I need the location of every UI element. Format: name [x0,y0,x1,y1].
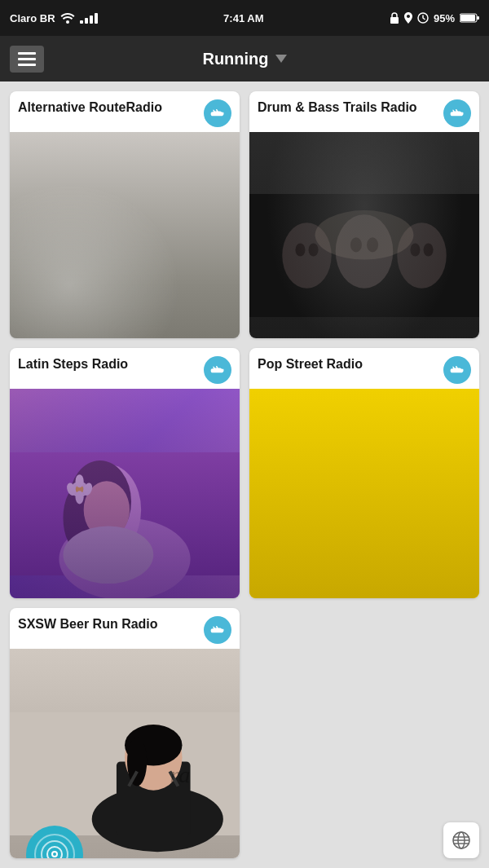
svg-point-39 [63,485,95,551]
svg-point-27 [367,237,378,252]
shoe-icon-4 [449,362,465,378]
card-header-latin-steps: Latin Steps Radio [10,348,240,389]
svg-point-64 [375,467,427,500]
shoe-icon [209,105,226,121]
latin-illustration [10,389,240,598]
status-right: 95% [390,12,479,24]
svg-point-8 [68,239,117,305]
svg-point-9 [110,249,139,278]
card-pop-street[interactable]: Pop Street Radio [249,348,479,598]
drum-illustration [249,132,479,338]
card-header-alt-route: Alternative RouteRadio [10,91,240,132]
svg-point-36 [59,518,190,598]
menu-button[interactable] [10,46,44,73]
svg-text:MIAMI: MIAMI [372,535,392,542]
svg-rect-30 [249,194,479,317]
shoe-icon-5 [209,622,226,638]
svg-line-15 [105,260,117,267]
svg-point-43 [76,485,84,493]
svg-text:ra: ra [170,762,190,787]
battery-icon [460,13,479,23]
svg-point-26 [350,237,362,252]
shoe-icon-3 [209,362,226,378]
svg-point-41 [63,527,153,584]
svg-rect-59 [368,505,434,579]
svg-text:I'M IN: I'M IN [377,525,394,532]
card-title-sxsw: SXSW Beer Run Radio [18,616,199,632]
card-latin-steps[interactable]: Latin Steps Radio [10,348,240,598]
card-header-pop-street: Pop Street Radio [249,348,479,389]
card-alt-route[interactable]: Alternative RouteRadio [10,91,240,338]
svg-point-42 [72,481,88,497]
card-grid: Alternative RouteRadio [0,82,489,868]
card-image-drum-bass [249,132,479,338]
card-image-sxsw: ra [10,649,240,858]
svg-rect-16 [10,194,76,317]
location-icon [404,12,412,24]
svg-line-14 [89,260,95,272]
card-image-latin-steps [10,389,240,598]
header: Running [0,36,489,82]
svg-point-24 [295,243,305,256]
svg-rect-4 [477,16,479,20]
alt-route-illustration [10,132,240,338]
svg-point-52 [274,547,356,588]
globe-button[interactable] [443,822,479,858]
card-header-sxsw: SXSW Beer Run Radio [10,608,240,649]
svg-rect-13 [95,253,105,273]
svg-point-60 [375,471,427,529]
svg-rect-56 [315,497,330,507]
card-title-alt-route: Alternative RouteRadio [18,99,199,115]
pop-illustration: I'M IN MIAMI [249,389,479,598]
svg-point-44 [65,482,77,497]
svg-point-25 [309,243,319,256]
svg-point-29 [424,243,434,256]
globe-icon [452,831,471,850]
svg-point-0 [66,20,69,24]
radio-waves-icon [42,842,67,858]
svg-rect-1 [390,17,399,24]
menu-line-1 [18,52,36,55]
svg-rect-51 [249,452,479,575]
time-display: 7:41 AM [223,12,263,24]
card-header-drum-bass: Drum & Bass Trails Radio [249,91,479,132]
running-badge-sxsw [204,616,231,644]
menu-line-2 [18,58,36,60]
battery-label: 95% [434,12,455,24]
svg-rect-35 [10,452,240,575]
svg-point-58 [356,547,447,588]
svg-point-38 [69,460,132,543]
lock-icon [390,12,399,24]
svg-point-47 [76,491,84,504]
running-badge-alt-route [204,99,231,127]
card-image-alt-route [10,132,240,338]
svg-point-45 [82,482,94,497]
svg-rect-6 [10,194,240,317]
wifi-icon [60,12,75,24]
svg-point-31 [315,210,414,259]
svg-point-40 [84,481,130,539]
svg-rect-20 [249,194,479,317]
clock-icon [417,12,429,24]
svg-point-54 [289,477,337,535]
card-drum-bass[interactable]: Drum & Bass Trails Radio [249,91,479,338]
dropdown-arrow-icon[interactable] [275,55,287,63]
svg-point-37 [76,465,142,555]
header-title-text: Running [202,50,268,68]
card-image-pop-street: I'M IN MIAMI [249,389,479,598]
svg-point-12 [92,233,108,253]
svg-rect-7 [10,284,240,317]
svg-point-63 [290,472,339,501]
carrier-label: Claro BR [10,12,55,24]
running-badge-pop-street [443,356,471,384]
card-sxsw[interactable]: SXSW Beer Run Radio ra [10,608,240,858]
svg-point-22 [336,214,394,289]
card-title-pop-street: Pop Street Radio [258,356,438,372]
svg-rect-53 [282,509,344,575]
card-title-latin-steps: Latin Steps Radio [18,356,199,372]
running-badge-drum-bass [443,99,471,127]
signal-icon [80,13,98,24]
running-badge-latin-steps [204,356,231,384]
card-title-drum-bass: Drum & Bass Trails Radio [258,99,438,115]
header-title-group: Running [202,50,286,68]
